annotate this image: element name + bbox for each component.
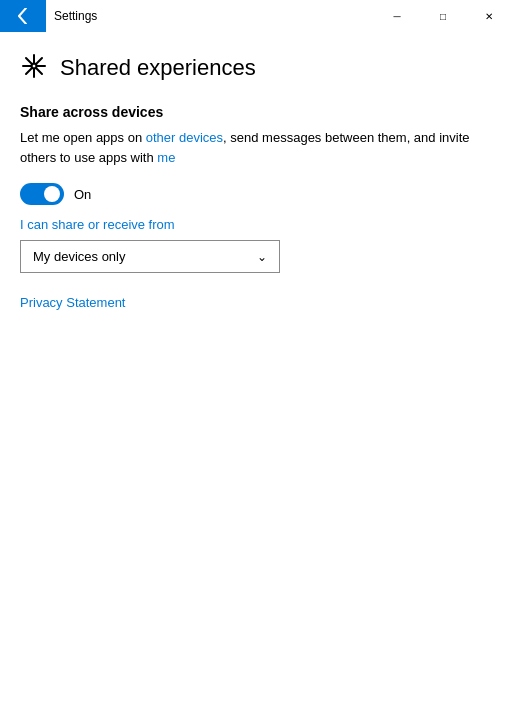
toggle-label: On [74, 187, 91, 202]
toggle-track [20, 183, 64, 205]
main-content: Shared experiences Share across devices … [0, 32, 512, 715]
page-title: Shared experiences [60, 55, 256, 81]
page-header: Shared experiences [20, 52, 492, 84]
window-title: Settings [46, 9, 374, 23]
section-title: Share across devices [20, 104, 492, 120]
share-toggle[interactable] [20, 183, 64, 205]
svg-line-7 [26, 68, 32, 74]
close-button[interactable]: ✕ [466, 0, 512, 32]
svg-line-6 [36, 58, 42, 64]
titlebar: Settings ─ □ ✕ [0, 0, 512, 32]
toggle-row: On [20, 183, 492, 205]
other-devices-link[interactable]: other devices [146, 130, 223, 145]
minimize-button[interactable]: ─ [374, 0, 420, 32]
svg-line-5 [26, 58, 32, 64]
description-part1: Let me open apps on [20, 130, 146, 145]
dropdown-arrow-icon: ⌄ [257, 250, 267, 264]
window-controls: ─ □ ✕ [374, 0, 512, 32]
settings-window: Settings ─ □ ✕ [0, 0, 512, 715]
devices-dropdown[interactable]: My devices only ⌄ [20, 240, 280, 273]
svg-line-8 [36, 68, 42, 74]
section-description: Let me open apps on other devices, send … [20, 128, 492, 167]
shared-experiences-icon [20, 52, 48, 84]
back-button[interactable] [0, 0, 46, 32]
dropdown-selected-value: My devices only [33, 249, 125, 264]
privacy-statement-link[interactable]: Privacy Statement [20, 295, 126, 310]
maximize-button[interactable]: □ [420, 0, 466, 32]
me-link[interactable]: me [157, 150, 175, 165]
toggle-thumb [44, 186, 60, 202]
share-from-label[interactable]: I can share or receive from [20, 217, 492, 232]
